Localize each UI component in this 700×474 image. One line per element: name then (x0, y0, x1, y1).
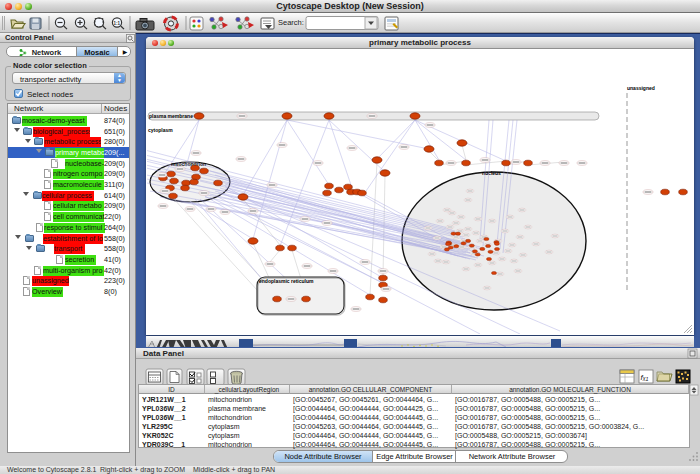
svg-text:plasma membrane: plasma membrane (149, 113, 193, 119)
svg-text:unassigned: unassigned (627, 85, 655, 91)
svg-text:fₓ₁: fₓ₁ (641, 373, 649, 382)
svg-text:endoplasmic reticulum: endoplasmic reticulum (259, 278, 314, 284)
svg-text:cytoplasm: cytoplasm (148, 127, 173, 133)
svg-text:1:1: 1:1 (114, 21, 121, 26)
svg-text:Search:: Search: (278, 18, 304, 27)
